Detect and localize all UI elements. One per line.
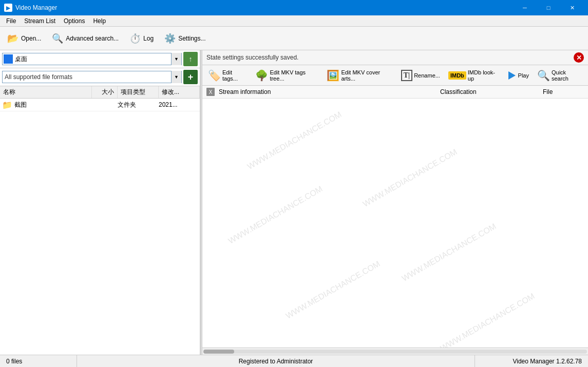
- window-controls: ─ □ ✕: [513, 0, 584, 15]
- imdb-button[interactable]: IMDb IMDb look-up: [445, 67, 503, 84]
- edit-mkv-cover-button[interactable]: 🖼️ Edit MKV cover arts...: [323, 67, 396, 84]
- stream-x-button[interactable]: X: [206, 88, 215, 96]
- filter-dropdown-button[interactable]: ▼: [171, 71, 181, 83]
- settings-label: Settings...: [178, 35, 205, 42]
- file-list-header: 名称 大小 项目类型 修改...: [0, 86, 200, 99]
- menu-help[interactable]: Help: [89, 16, 110, 26]
- edit-mkv-cover-icon: 🖼️: [327, 69, 339, 82]
- status-version: Video Manager 1.2.62.78: [475, 355, 588, 367]
- edit-mkv-tags-label: Edit MKV tags tree...: [270, 69, 318, 82]
- menu-bar: File Stream List Options Help: [0, 15, 588, 27]
- stream-info-header: X Stream information Classification File: [202, 86, 588, 99]
- edit-tags-icon: 🏷️: [208, 69, 221, 82]
- filter-bar: All supported file formats ▼ +: [0, 68, 200, 86]
- stream-info-label: Stream information: [219, 88, 440, 95]
- status-files: 0 files: [0, 355, 77, 367]
- rename-icon: T|: [401, 70, 412, 81]
- right-content: WWW.MEDIACHANCE.COM WWW.MEDIACHANCE.COM …: [202, 99, 588, 347]
- files-count: 0 files: [6, 358, 22, 365]
- watermark-area: WWW.MEDIACHANCE.COM WWW.MEDIACHANCE.COM …: [202, 99, 588, 347]
- quick-search-button[interactable]: 🔍 Quick search: [534, 67, 586, 84]
- open-label: Open...: [21, 35, 41, 42]
- edit-mkv-tags-icon: 🌳: [255, 69, 268, 82]
- edit-tags-label: Edit tags...: [222, 69, 247, 82]
- body-area: ▼ ↑ All supported file formats ▼ + 名称 大小…: [0, 50, 588, 355]
- left-panel: ▼ ↑ All supported file formats ▼ + 名称 大小…: [0, 50, 200, 355]
- add-button[interactable]: +: [183, 70, 198, 84]
- path-input-wrapper: ▼: [2, 53, 182, 65]
- path-color-box: [4, 54, 13, 64]
- play-icon: [508, 71, 516, 80]
- open-button[interactable]: 📂 Open...: [2, 29, 46, 48]
- imdb-icon: IMDb: [448, 71, 466, 80]
- registered-text: Registered to Administrator: [239, 358, 313, 365]
- status-bar-bottom: 0 files Registered to Administrator Vide…: [0, 355, 588, 367]
- watermark-6: WWW.MEDIACHANCE.COM: [439, 292, 536, 347]
- table-row[interactable]: 📁 截图 文件夹 2021...: [0, 99, 200, 111]
- status-registered: Registered to Administrator: [77, 355, 475, 367]
- file-col-label: File: [543, 88, 584, 95]
- col-header-size: 大小: [92, 86, 118, 98]
- play-label: Play: [518, 72, 529, 79]
- log-button[interactable]: ⏱️ Log: [124, 29, 158, 48]
- path-input[interactable]: [14, 55, 171, 63]
- window-title: Video Manager: [15, 4, 513, 11]
- menu-file[interactable]: File: [2, 16, 20, 26]
- imdb-label: IMDb look-up: [468, 69, 499, 82]
- watermark-3: WWW.MEDIACHANCE.COM: [226, 184, 324, 246]
- scrollbar-thumb[interactable]: [203, 350, 234, 354]
- watermark-1: WWW.MEDIACHANCE.COM: [246, 110, 344, 171]
- file-type: 文件夹: [118, 101, 159, 109]
- filter-select-wrapper: All supported file formats ▼: [2, 71, 182, 83]
- col-header-type: 项目类型: [118, 86, 159, 98]
- watermark-2: WWW.MEDIACHANCE.COM: [362, 147, 459, 208]
- settings-button[interactable]: ⚙️ Settings...: [159, 29, 210, 48]
- menu-stream-list[interactable]: Stream List: [20, 16, 60, 26]
- close-button[interactable]: ✕: [560, 0, 584, 15]
- watermark-4: WWW.MEDIACHANCE.COM: [400, 222, 498, 283]
- toolbar: 📂 Open... 🔍 Advanced search... ⏱️ Log ⚙️…: [0, 27, 588, 50]
- open-icon: 📂: [7, 32, 19, 45]
- log-icon: ⏱️: [129, 32, 141, 45]
- status-bar-top: State settings successfully saved. ✕: [202, 50, 588, 65]
- advanced-search-button[interactable]: 🔍 Advanced search...: [47, 29, 123, 48]
- title-bar: ▶ Video Manager ─ □ ✕: [0, 0, 588, 15]
- edit-tags-button[interactable]: 🏷️ Edit tags...: [204, 67, 251, 84]
- minimize-button[interactable]: ─: [513, 0, 537, 15]
- advanced-search-icon: 🔍: [51, 32, 64, 45]
- navigate-up-button[interactable]: ↑: [183, 52, 198, 66]
- edit-mkv-tags-button[interactable]: 🌳 Edit MKV tags tree...: [252, 67, 322, 84]
- version-text: Video Manager 1.2.62.78: [513, 358, 582, 365]
- rename-label: Rename...: [414, 72, 440, 79]
- app-icon: ▶: [4, 4, 12, 12]
- horizontal-scrollbar[interactable]: [202, 347, 588, 355]
- col-header-modified: 修改...: [159, 86, 200, 98]
- maximize-button[interactable]: □: [537, 0, 560, 15]
- file-modified: 2021...: [159, 101, 200, 108]
- play-button[interactable]: Play: [504, 67, 533, 84]
- right-toolbar: 🏷️ Edit tags... 🌳 Edit MKV tags tree... …: [202, 65, 588, 86]
- status-message: State settings successfully saved.: [206, 54, 298, 61]
- close-status-button[interactable]: ✕: [574, 52, 584, 63]
- folder-icon: 📁: [2, 100, 12, 110]
- watermark-5: WWW.MEDIACHANCE.COM: [284, 259, 382, 321]
- quick-search-label: Quick search: [552, 69, 582, 82]
- classification-label: Classification: [440, 88, 543, 95]
- log-label: Log: [143, 35, 154, 42]
- right-panel: State settings successfully saved. ✕ 🏷️ …: [202, 50, 588, 355]
- scrollbar-track: [203, 350, 587, 354]
- edit-mkv-cover-label: Edit MKV cover arts...: [341, 69, 392, 82]
- quick-search-icon: 🔍: [537, 69, 550, 82]
- menu-options[interactable]: Options: [60, 16, 89, 26]
- filter-text: All supported file formats: [3, 73, 171, 81]
- settings-icon: ⚙️: [164, 32, 176, 45]
- file-name: 截图: [14, 101, 92, 109]
- path-bar: ▼ ↑: [0, 50, 200, 68]
- advanced-search-label: Advanced search...: [66, 35, 119, 42]
- file-list: 📁 截图 文件夹 2021...: [0, 99, 200, 355]
- rename-button[interactable]: T| Rename...: [397, 67, 444, 84]
- path-dropdown-button[interactable]: ▼: [171, 53, 181, 65]
- col-header-name: 名称: [0, 86, 92, 98]
